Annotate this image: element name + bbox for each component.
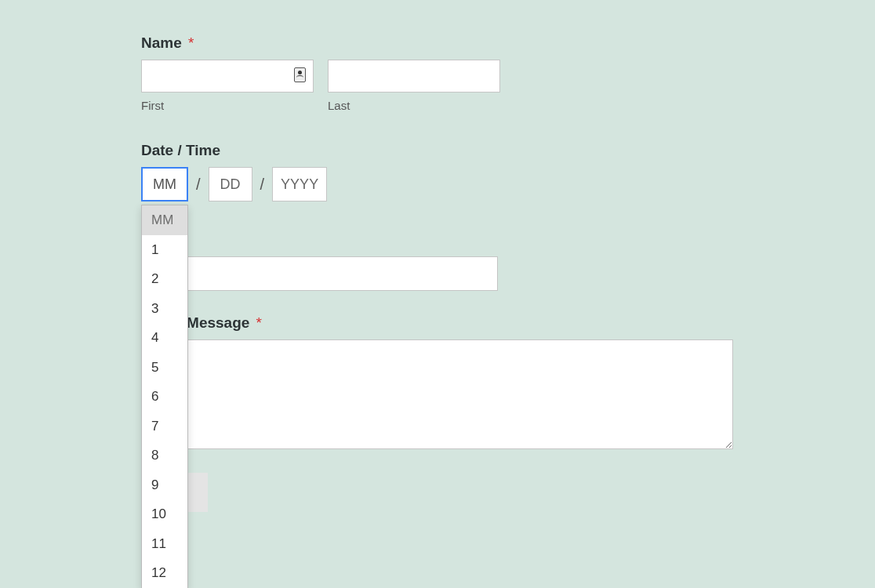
date-separator-1: /	[196, 176, 201, 194]
first-name-input[interactable]	[141, 60, 314, 93]
day-select[interactable]: DD	[209, 167, 252, 201]
month-option-10[interactable]: 10	[142, 499, 187, 529]
month-option-8[interactable]: 8	[142, 441, 187, 470]
contact-card-icon[interactable]	[294, 67, 306, 82]
comment-section: ent or Message *	[141, 314, 737, 452]
month-option-3[interactable]: 3	[142, 294, 187, 324]
email-input[interactable]	[141, 256, 498, 291]
month-option-1[interactable]: 1	[142, 235, 187, 265]
month-option-5[interactable]: 5	[142, 353, 187, 383]
month-dropdown[interactable]: MM 1 2 3 4 5 6 7 8 9 10 11 12	[141, 205, 188, 588]
month-option-placeholder[interactable]: MM	[142, 205, 187, 235]
month-option-9[interactable]: 9	[142, 470, 187, 500]
month-option-4[interactable]: 4	[142, 323, 187, 353]
date-time-label: Date / Time	[141, 142, 737, 159]
name-label: Name *	[141, 34, 737, 52]
last-name-input[interactable]	[328, 60, 500, 93]
year-select[interactable]: YYYY	[272, 167, 327, 201]
month-select[interactable]: MM	[141, 167, 188, 201]
required-marker: *	[188, 34, 194, 51]
form-container: Name * First Last Date / Time MM / DD / …	[141, 34, 737, 512]
month-option-11[interactable]: 11	[142, 529, 187, 559]
comment-textarea[interactable]	[141, 339, 733, 449]
month-option-7[interactable]: 7	[142, 412, 187, 441]
last-sublabel: Last	[328, 99, 500, 112]
date-separator-2: /	[260, 176, 265, 194]
comment-label: ent or Message *	[141, 314, 737, 332]
date-row: MM / DD / YYYY	[141, 167, 737, 201]
month-option-6[interactable]: 6	[142, 382, 187, 412]
name-row: First Last	[141, 60, 737, 112]
first-name-col: First	[141, 60, 314, 112]
month-option-12[interactable]: 12	[142, 558, 187, 588]
email-section: Email	[141, 230, 737, 291]
first-sublabel: First	[141, 99, 314, 112]
name-label-text: Name	[141, 34, 182, 51]
month-option-2[interactable]: 2	[142, 264, 187, 294]
last-name-col: Last	[328, 60, 500, 112]
required-marker: *	[256, 314, 262, 331]
